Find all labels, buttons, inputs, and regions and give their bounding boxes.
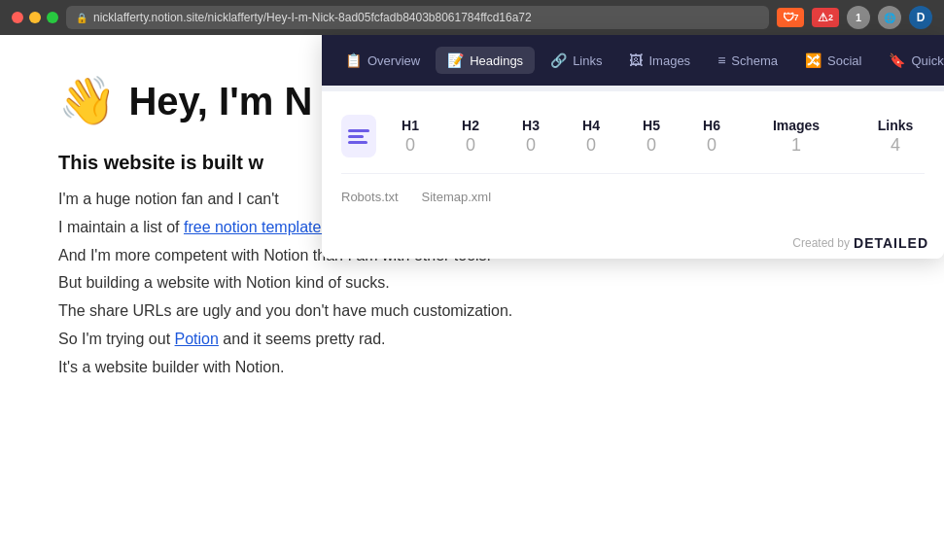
brave-badge: 7 — [794, 13, 799, 22]
brave-shield-button[interactable]: 🛡7 — [777, 8, 804, 27]
nav-label-links: Links — [573, 53, 602, 68]
schema-icon: ≡ — [717, 52, 725, 68]
social-icon: 🔀 — [805, 52, 822, 68]
h6-label: H6 — [703, 118, 720, 133]
nav-item-schema[interactable]: ≡ Schema — [706, 47, 789, 74]
h-line-2 — [348, 135, 364, 138]
nav-item-links[interactable]: 🔗 Links — [539, 47, 613, 74]
url-text: nicklafferty.notion.site/nicklafferty/He… — [93, 11, 532, 24]
nav-item-images[interactable]: 🖼 Images — [617, 47, 702, 74]
created-by-section: Created by DETAILED — [792, 235, 928, 251]
popup-body: H1 0 H2 0 H3 0 H4 0 H5 0 — [322, 91, 944, 228]
headings-row: H1 0 H2 0 H3 0 H4 0 H5 0 — [341, 107, 925, 165]
page-heading: Hey, I'm N — [128, 80, 312, 123]
sitemap-xml-link[interactable]: Sitemap.xml — [422, 190, 492, 204]
nav-label-images: Images — [648, 53, 690, 68]
wave-emoji: 👋 — [58, 74, 117, 128]
potion-link[interactable]: Potion — [175, 331, 219, 347]
h6-value: 0 — [707, 135, 717, 156]
nav-item-headings[interactable]: 📝 Headings — [436, 47, 535, 74]
images-value: 1 — [791, 135, 801, 156]
headings-icon: 📝 — [447, 52, 464, 68]
extension-button-1[interactable]: 1 — [847, 6, 870, 29]
nav-label-quicklinks: Quick Links — [911, 53, 944, 68]
h2-value: 0 — [466, 135, 475, 156]
images-icon: 🖼 — [629, 52, 643, 68]
nav-label-headings: Headings — [470, 53, 523, 68]
links-icon: 🔗 — [550, 52, 567, 68]
alert-badge: 2 — [828, 13, 833, 22]
h3-label: H3 — [522, 118, 540, 133]
h2-label: H2 — [462, 118, 479, 133]
headings-icon-box — [341, 115, 376, 158]
extension-button-2[interactable]: 🌐 — [878, 6, 901, 29]
inner-divider — [341, 173, 925, 174]
h1-value: 0 — [405, 135, 415, 156]
notion-templates-link[interactable]: free notion templates — [184, 219, 329, 235]
popup-nav: 📋 Overview 📝 Headings 🔗 Links 🖼 Images ≡… — [322, 35, 944, 86]
body-line-6: So I'm trying out Potion and it seems pr… — [58, 326, 886, 354]
maximize-dot[interactable] — [47, 12, 58, 23]
window-controls — [12, 12, 58, 23]
body-line-7: It's a website builder with Notion. — [58, 354, 886, 382]
links-value: 4 — [891, 135, 900, 156]
h4-value: 0 — [586, 135, 596, 156]
nav-item-overview[interactable]: 📋 Overview — [333, 47, 432, 74]
footer-links-row: Robots.txt Sitemap.xml — [341, 182, 925, 212]
popup-footer: Created by DETAILED — [322, 228, 944, 259]
overview-icon: 📋 — [345, 52, 362, 68]
heading-stats: H1 0 H2 0 H3 0 H4 0 H5 0 — [396, 118, 925, 156]
h3-stat: H3 0 — [516, 118, 545, 156]
seo-popup: 📋 Overview 📝 Headings 🔗 Links 🖼 Images ≡… — [322, 35, 944, 259]
h2-stat: H2 0 — [456, 118, 485, 156]
h-line-3 — [348, 141, 367, 144]
h1-stat: H1 0 — [396, 118, 425, 156]
robots-txt-link[interactable]: Robots.txt — [341, 190, 399, 204]
heading-lines-icon — [348, 129, 369, 144]
links-label: Links — [878, 118, 914, 133]
h1-label: H1 — [402, 118, 419, 133]
alert-button[interactable]: ⚠2 — [812, 8, 839, 27]
h6-stat: H6 0 — [697, 118, 726, 156]
h4-stat: H4 0 — [577, 118, 606, 156]
nav-item-quicklinks[interactable]: 🔖 Quick Links — [877, 47, 944, 74]
lock-icon: 🔒 — [76, 13, 87, 23]
h4-label: H4 — [582, 118, 600, 133]
body-line-5: The share URLs are ugly and you don't ha… — [58, 298, 886, 326]
images-stat: Images 1 — [757, 118, 835, 156]
brand-label: DETAILED — [854, 235, 928, 251]
nav-item-social[interactable]: 🔀 Social — [793, 47, 873, 74]
close-dot[interactable] — [12, 12, 23, 23]
url-bar[interactable]: 🔒 nicklafferty.notion.site/nicklafferty/… — [66, 6, 769, 29]
body-line-4: But building a website with Notion kind … — [58, 269, 886, 298]
nav-label-overview: Overview — [367, 53, 420, 68]
h5-value: 0 — [647, 135, 656, 156]
links-stat: Links 4 — [866, 118, 925, 156]
profile-avatar[interactable]: D — [909, 6, 932, 29]
browser-chrome: 🔒 nicklafferty.notion.site/nicklafferty/… — [0, 0, 944, 35]
nav-label-social: Social — [827, 53, 861, 68]
h5-stat: H5 0 — [637, 118, 666, 156]
minimize-dot[interactable] — [29, 12, 41, 23]
images-label: Images — [773, 118, 820, 133]
nav-label-schema: Schema — [731, 53, 778, 68]
h3-value: 0 — [526, 135, 536, 156]
quicklinks-icon: 🔖 — [889, 52, 905, 68]
created-by-label: Created by — [792, 236, 850, 250]
h-line-1 — [348, 129, 369, 132]
browser-actions: 🛡7 ⚠2 1 🌐 D — [777, 6, 932, 29]
h5-label: H5 — [643, 118, 660, 133]
